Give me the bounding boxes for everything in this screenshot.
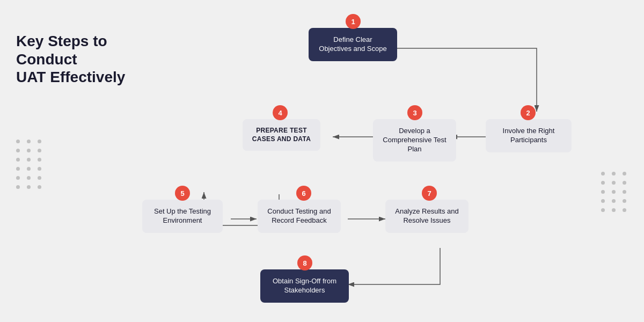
badge-6: 6: [296, 186, 311, 201]
decorative-dots-right: [601, 172, 628, 212]
badge-4: 4: [273, 105, 288, 120]
step-6: Conduct Testing and Record Feedback: [258, 200, 341, 233]
badge-5: 5: [175, 186, 190, 201]
page-title: Key Steps to Conduct UAT Effectively: [16, 32, 150, 86]
step-3: Develop a Comprehensive Test Plan: [373, 119, 456, 162]
step-1: Define Clear Objectives and Scope: [309, 28, 397, 61]
step-2: Involve the Right Participants: [486, 119, 572, 152]
title-area: Key Steps to Conduct UAT Effectively: [16, 32, 150, 86]
badge-7: 7: [422, 186, 437, 201]
step-8: Obtain Sign-Off from Stakeholders: [260, 269, 349, 303]
step-4: PREPARE TEST CASES AND DATA: [243, 119, 320, 151]
page: Key Steps to Conduct UAT Effectively: [0, 0, 644, 322]
step-5: Set Up the Testing Environment: [142, 200, 223, 233]
badge-1: 1: [346, 14, 361, 29]
badge-3: 3: [407, 105, 422, 120]
step-7: Analyze Results and Resolve Issues: [385, 200, 469, 233]
badge-2: 2: [521, 105, 536, 120]
decorative-dots-left: [16, 140, 43, 189]
badge-8: 8: [297, 255, 312, 270]
